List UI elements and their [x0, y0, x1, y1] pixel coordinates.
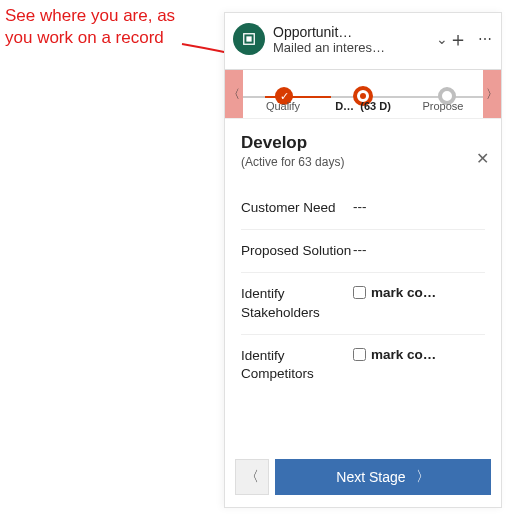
stage-detail: Develop (Active for 63 days) ✕ Customer …	[225, 119, 501, 405]
field-value: ---	[353, 199, 367, 214]
stage-bar: 〈 Qualify D… (63 D) Propose 〉	[225, 69, 501, 119]
stage-prev-button[interactable]: 〈	[225, 70, 243, 118]
field-label: Identify Competitors	[241, 347, 353, 383]
stage-propose[interactable]: Propose	[403, 70, 483, 118]
next-stage-button[interactable]: Next Stage 〉	[275, 459, 491, 495]
stage-propose-label: Propose	[423, 100, 464, 112]
next-stage-label: Next Stage	[336, 469, 405, 485]
chevron-down-icon[interactable]: ⌄	[436, 31, 448, 47]
mark-complete-checkbox[interactable]: mark co…	[353, 347, 436, 362]
field-label: Customer Need	[241, 199, 353, 217]
chevron-right-icon: 〉	[416, 468, 430, 486]
footer-actions: 〈 Next Stage 〉	[235, 459, 491, 495]
svg-rect-1	[246, 36, 251, 41]
stage-fields: Customer Need --- Proposed Solution --- …	[241, 187, 485, 395]
field-value: ---	[353, 242, 367, 257]
field-proposed-solution[interactable]: Proposed Solution ---	[241, 230, 485, 273]
field-customer-need[interactable]: Customer Need ---	[241, 187, 485, 230]
stage-qualify-label: Qualify	[266, 100, 300, 112]
more-button[interactable]: ⋯	[478, 31, 493, 47]
stage-qualify[interactable]: Qualify	[243, 70, 323, 118]
mark-complete-checkbox[interactable]: mark co…	[353, 285, 436, 300]
header-actions: ＋ ⋯	[448, 26, 493, 53]
record-type-icon	[233, 23, 265, 55]
field-identify-stakeholders[interactable]: Identify Stakeholders mark co…	[241, 273, 485, 334]
stage-develop[interactable]: D… (63 D)	[323, 70, 403, 118]
checkbox-input[interactable]	[353, 286, 366, 299]
checkbox-label: mark co…	[371, 347, 436, 362]
record-subtitle: Mailed an interes…	[273, 40, 434, 55]
panel-header: Opportunit… Mailed an interes… ⌄ ＋ ⋯	[225, 13, 501, 69]
stage-title: Develop	[241, 133, 485, 153]
back-button[interactable]: 〈	[235, 459, 269, 495]
field-label: Proposed Solution	[241, 242, 353, 260]
close-icon[interactable]: ✕	[476, 149, 489, 168]
record-title: Opportunit…	[273, 24, 434, 40]
annotation-text: See where you are, as you work on a reco…	[5, 5, 195, 49]
stage-develop-label: D… (63 D)	[335, 100, 391, 112]
header-text: Opportunit… Mailed an interes…	[273, 24, 434, 55]
checkbox-label: mark co…	[371, 285, 436, 300]
record-panel: Opportunit… Mailed an interes… ⌄ ＋ ⋯ 〈 Q…	[224, 12, 502, 508]
field-label: Identify Stakeholders	[241, 285, 353, 321]
checkbox-input[interactable]	[353, 348, 366, 361]
field-identify-competitors[interactable]: Identify Competitors mark co…	[241, 335, 485, 395]
stage-subtitle: (Active for 63 days)	[241, 155, 485, 169]
add-button[interactable]: ＋	[448, 26, 468, 53]
stage-next-button[interactable]: 〉	[483, 70, 501, 118]
